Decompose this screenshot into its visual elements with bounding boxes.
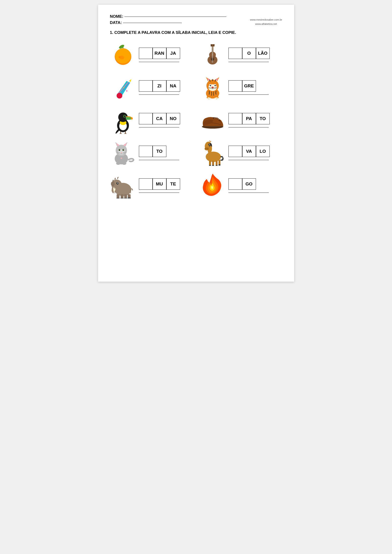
exercise-fire: GO — [200, 173, 282, 199]
image-orange — [110, 42, 136, 68]
box-empty-8[interactable] — [229, 146, 242, 157]
exercise-mammoth: MU TE — [110, 173, 193, 199]
svg-rect-115 — [212, 161, 214, 166]
box-go: GO — [242, 178, 256, 190]
website1: www.mestredosaber.com.br — [250, 18, 282, 22]
exercise-orange: RAN JA — [110, 42, 193, 68]
box-empty-3[interactable] — [139, 80, 153, 92]
box-empty-7[interactable] — [139, 146, 153, 157]
svg-line-78 — [214, 118, 215, 118]
svg-point-103 — [116, 162, 120, 165]
word-boxes-fire: GO — [229, 178, 269, 193]
image-horse — [200, 140, 226, 166]
word-boxes-mammoth: MU TE — [139, 178, 180, 193]
worksheet-page: NOME: DATA: www.mestredosaber.com.br www… — [98, 5, 294, 282]
box-to2: TO — [153, 146, 166, 157]
svg-point-57 — [216, 97, 218, 99]
box-lo: LO — [256, 146, 270, 157]
copy-line-cat[interactable] — [139, 160, 179, 160]
boxes-row-mammoth: MU TE — [139, 178, 180, 190]
copy-line-fire[interactable] — [229, 193, 269, 193]
svg-point-55 — [209, 97, 211, 99]
svg-point-94 — [119, 149, 120, 151]
boxes-row-fire: GO — [229, 178, 269, 190]
svg-marker-28 — [129, 79, 131, 82]
exercise-row-2: ✦ ✦ ZI NA — [110, 74, 282, 100]
svg-point-46 — [215, 85, 216, 85]
box-na: NA — [166, 80, 180, 92]
word-boxes-cat: TO — [139, 146, 179, 160]
exercise-party-horn: ✦ ✦ ZI NA — [110, 74, 193, 100]
exercise-horse: VA LO — [200, 140, 282, 166]
svg-point-44 — [215, 85, 216, 86]
box-zi: ZI — [153, 80, 166, 92]
copy-line-toucan[interactable] — [139, 127, 179, 127]
party-horn-svg: ✦ ✦ — [111, 74, 135, 100]
word-boxes-guitar: O LÃO — [229, 48, 270, 62]
box-empty-6[interactable] — [229, 113, 242, 124]
svg-point-126 — [111, 181, 115, 186]
box-empty-4[interactable] — [229, 80, 242, 92]
boxes-row-cat: TO — [139, 146, 179, 157]
copy-line-shoe[interactable] — [229, 127, 269, 127]
image-mammoth — [110, 173, 136, 199]
boxes-row-orange: RAN JA — [139, 48, 180, 59]
exercise-shoe: PA TO — [200, 107, 282, 133]
box-mu: MU — [153, 178, 166, 190]
box-o: O — [242, 48, 256, 59]
box-to: TO — [256, 113, 270, 124]
svg-text:✦: ✦ — [125, 89, 128, 93]
copy-line-party-horn[interactable] — [139, 95, 179, 95]
svg-rect-117 — [218, 160, 220, 165]
toucan-svg — [111, 107, 135, 134]
cat-svg — [110, 140, 136, 166]
data-underline[interactable] — [123, 23, 182, 23]
copy-line-orange[interactable] — [139, 62, 179, 62]
copy-line-guitar[interactable] — [229, 62, 269, 62]
boxes-row-horse: VA LO — [229, 146, 270, 157]
data-label: DATA: — [110, 20, 122, 25]
box-empty-1[interactable] — [139, 48, 153, 59]
box-empty-2[interactable] — [229, 48, 242, 59]
svg-point-108 — [205, 148, 206, 149]
website2: www.alfabetiza.net — [250, 22, 282, 26]
svg-point-20 — [210, 44, 212, 45]
copy-line-mammoth[interactable] — [139, 193, 179, 193]
svg-point-104 — [122, 162, 126, 165]
svg-point-23 — [214, 45, 215, 46]
image-tiger — [200, 74, 226, 100]
image-cat — [110, 140, 136, 166]
image-guitar — [200, 42, 226, 68]
svg-point-1 — [115, 48, 131, 63]
nome-label: NOME: — [110, 14, 124, 19]
instruction-text: 1. COMPLETE A PALAVRA COM A SÍLABA INICI… — [110, 30, 282, 35]
horse-svg — [200, 140, 226, 166]
tiger-svg — [201, 74, 224, 100]
exercise-row-4: TO — [110, 140, 282, 166]
nome-underline[interactable] — [124, 17, 226, 17]
svg-point-27 — [117, 93, 122, 98]
box-empty-9[interactable] — [139, 178, 153, 190]
svg-rect-121 — [218, 164, 220, 166]
svg-point-43 — [210, 85, 211, 86]
box-empty-5[interactable] — [139, 113, 153, 124]
boxes-row-toucan: CA NO — [139, 113, 180, 124]
copy-line-horse[interactable] — [229, 160, 269, 160]
copy-line-tiger[interactable] — [229, 95, 269, 95]
guitar-svg — [201, 42, 224, 67]
box-empty-10[interactable] — [229, 178, 242, 190]
svg-rect-116 — [216, 161, 217, 166]
svg-point-21 — [214, 44, 215, 45]
word-boxes-horse: VA LO — [229, 146, 270, 160]
box-gre: GRE — [242, 80, 256, 92]
svg-point-95 — [123, 149, 124, 151]
image-fire — [200, 173, 226, 199]
svg-point-66 — [131, 117, 133, 120]
svg-point-111 — [209, 145, 210, 145]
word-boxes-orange: RAN JA — [139, 48, 180, 62]
boxes-row-shoe: PA TO — [229, 113, 270, 124]
svg-rect-119 — [212, 165, 214, 166]
svg-text:✦: ✦ — [123, 86, 125, 89]
boxes-row-guitar: O LÃO — [229, 48, 270, 59]
box-te: TE — [166, 178, 180, 190]
